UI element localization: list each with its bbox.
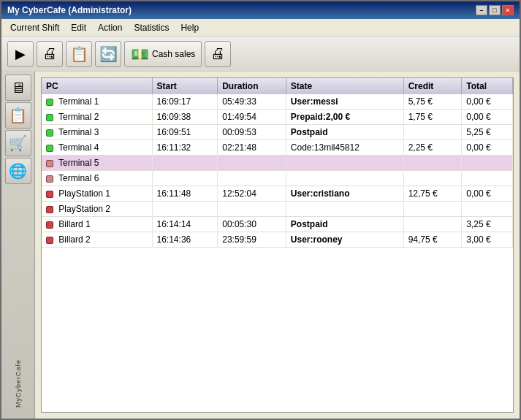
cell-state: User:rooney: [286, 232, 403, 248]
cell-state: [286, 171, 403, 186]
cell-credit: 2,25 €: [403, 140, 462, 156]
status-dot: [46, 237, 53, 244]
window-title: My CyberCafe (Administrator): [7, 5, 132, 15]
print-icon: 🖨: [42, 45, 57, 62]
menu-statistics[interactable]: Statistics: [128, 21, 175, 34]
cell-credit: [403, 171, 462, 186]
sidebar-computer-icon[interactable]: 🖥: [5, 75, 31, 101]
status-dot: [46, 114, 53, 121]
col-state: State: [286, 78, 403, 94]
col-duration: Duration: [218, 78, 286, 94]
sidebar: 🖥 📋 🛒 🌐 MyCyberCafe: [1, 72, 35, 419]
status-dot: [46, 175, 53, 183]
cell-credit: 94,75 €: [403, 232, 462, 248]
list-icon: 📋: [9, 107, 27, 124]
col-pc: PC: [42, 78, 152, 94]
cash-sales-button[interactable]: 💵 Cash sales: [124, 41, 202, 67]
cell-credit: 12,75 €: [403, 186, 462, 202]
table-row[interactable]: Billard 1 16:14:14 00:05:30 Postpaid 3,2…: [42, 217, 513, 232]
cell-credit: 1,75 €: [403, 110, 462, 125]
sidebar-web-icon[interactable]: 🌐: [5, 158, 31, 184]
table-row[interactable]: PlayStation 1 16:11:48 12:52:04 User:cri…: [42, 186, 513, 202]
cell-total: 0,00 €: [462, 140, 513, 156]
sidebar-cart-icon[interactable]: 🛒: [5, 130, 31, 156]
cash-icon: 💵: [131, 45, 149, 63]
cell-pc: Terminal 5: [42, 156, 152, 171]
col-start: Start: [152, 78, 218, 94]
cell-state: Postpaid: [286, 125, 403, 140]
status-dot: [46, 191, 53, 198]
cell-state: User:messi: [286, 94, 403, 110]
menu-help[interactable]: Help: [175, 21, 205, 34]
play-button[interactable]: ▶: [7, 41, 34, 67]
cell-state: User:cristiano: [286, 186, 403, 202]
cell-duration: 05:49:33: [218, 94, 286, 110]
cell-start: 16:09:38: [152, 110, 218, 125]
cell-start: 16:14:14: [152, 217, 218, 232]
status-dot: [46, 99, 53, 106]
clipboard-button[interactable]: 📋: [66, 41, 92, 67]
cell-duration: [218, 202, 286, 217]
maximize-button[interactable]: □: [489, 5, 501, 15]
cell-duration: [218, 156, 286, 171]
printer2-button[interactable]: 🖨: [205, 41, 231, 67]
app-label: MyCyberCafe: [1, 354, 35, 413]
print-button[interactable]: 🖨: [37, 41, 63, 67]
menu-current-shift[interactable]: Current Shift: [4, 21, 65, 34]
table-row[interactable]: PlayStation 2: [42, 202, 513, 217]
cell-state: [286, 202, 403, 217]
cell-state: Postpaid: [286, 217, 403, 232]
cell-start: 16:11:48: [152, 186, 218, 202]
cell-pc: PlayStation 2: [42, 202, 152, 217]
table-row[interactable]: Terminal 3 16:09:51 00:09:53 Postpaid 5,…: [42, 125, 513, 140]
menu-edit[interactable]: Edit: [65, 21, 92, 34]
cell-duration: 02:21:48: [218, 140, 286, 156]
menubar: Current Shift Edit Action Statistics Hel…: [1, 19, 520, 37]
titlebar: My CyberCafe (Administrator) – □ ×: [1, 1, 520, 19]
cell-pc: Terminal 3: [42, 125, 152, 140]
table-row[interactable]: Billard 2 16:14:36 23:59:59 User:rooney …: [42, 232, 513, 248]
cell-start: [152, 202, 218, 217]
play-icon: ▶: [15, 46, 26, 62]
table-row[interactable]: Terminal 2 16:09:38 01:49:54 Prepaid:2,0…: [42, 110, 513, 125]
main-content: 🖥 📋 🛒 🌐 MyCyberCafe PC Start Duration: [1, 72, 520, 419]
cell-total: [462, 202, 513, 217]
cell-total: 3,00 €: [462, 232, 513, 248]
table-row[interactable]: Terminal 6: [42, 171, 513, 186]
cell-start: 16:14:36: [152, 232, 218, 248]
status-dot: [46, 129, 53, 137]
cash-sales-label: Cash sales: [152, 49, 195, 59]
cell-start: 16:09:17: [152, 94, 218, 110]
minimize-button[interactable]: –: [476, 5, 487, 15]
printer2-icon: 🖨: [210, 45, 225, 62]
menu-action[interactable]: Action: [92, 21, 128, 34]
table-row[interactable]: Terminal 1 16:09:17 05:49:33 User:messi …: [42, 94, 513, 110]
table-row[interactable]: Terminal 5: [42, 156, 513, 171]
cell-pc: Terminal 1: [42, 94, 152, 110]
status-dot: [46, 221, 53, 229]
table-container: PC Start Duration State Credit Total Ter…: [41, 77, 514, 413]
cell-pc: Billard 2: [42, 232, 152, 248]
cell-pc: Terminal 6: [42, 171, 152, 186]
cell-pc: Terminal 4: [42, 140, 152, 156]
table-row[interactable]: Terminal 4 16:11:32 02:21:48 Code:13mil4…: [42, 140, 513, 156]
toolbar: ▶ 🖨 📋 🔄 💵 Cash sales 🖨: [1, 37, 520, 72]
cell-start: [152, 171, 218, 186]
cell-duration: [218, 171, 286, 186]
close-button[interactable]: ×: [502, 5, 514, 15]
sidebar-list-icon[interactable]: 📋: [5, 102, 31, 129]
cell-state: Prepaid:2,00 €: [286, 110, 403, 125]
cell-total: 5,25 €: [462, 125, 513, 140]
computer-icon: 🖥: [11, 80, 26, 96]
cell-credit: [403, 202, 462, 217]
cell-duration: 00:05:30: [218, 217, 286, 232]
status-dot: [46, 160, 53, 167]
cell-credit: [403, 156, 462, 171]
main-window: My CyberCafe (Administrator) – □ × Curre…: [0, 0, 521, 420]
status-dot: [46, 145, 53, 152]
cell-duration: 12:52:04: [218, 186, 286, 202]
cell-start: [152, 156, 218, 171]
refresh-button[interactable]: 🔄: [95, 41, 121, 67]
cell-total: [462, 171, 513, 186]
stations-table: PC Start Duration State Credit Total Ter…: [42, 78, 513, 248]
